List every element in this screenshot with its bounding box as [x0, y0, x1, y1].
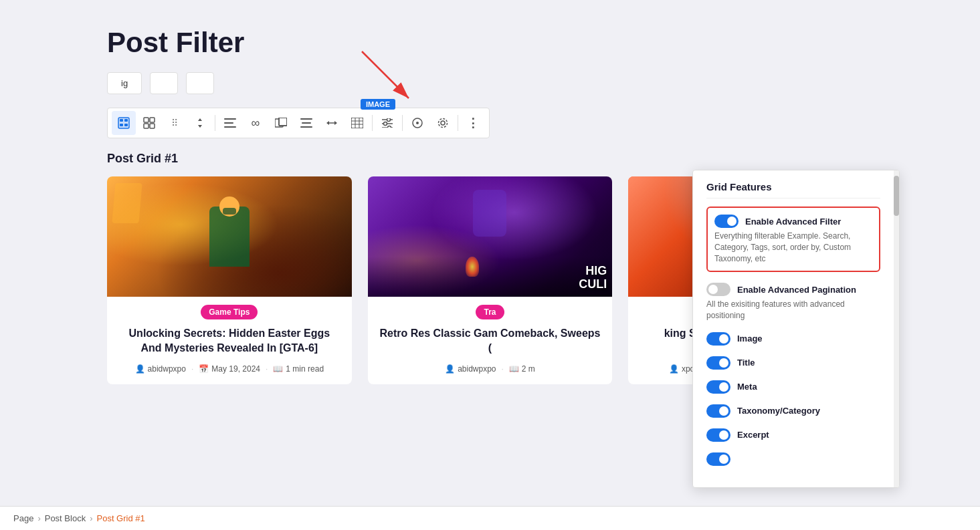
grid-view-icon	[143, 117, 155, 129]
advanced-filter-label: Enable Advanced Filter	[745, 217, 841, 227]
post-card-2-readtime: 📖 2 m	[509, 364, 535, 374]
author-icon: 👤	[135, 364, 145, 374]
post-card-2-meta: 👤 abidwpxpo · 📖 2 m	[379, 364, 602, 374]
meta-label: Meta	[737, 382, 757, 392]
title-toggle[interactable]	[706, 356, 730, 370]
table-button[interactable]	[345, 111, 369, 135]
post-card-2-tag: Tra	[476, 305, 504, 319]
taxonomy-label: Taxonomy/Category	[737, 406, 820, 416]
feature-image-row: Image	[706, 332, 880, 346]
filter-tab-1[interactable]: ig	[107, 72, 142, 94]
feature-excerpt-row: Excerpt	[706, 428, 880, 442]
loop-button[interactable]: ∞	[243, 111, 268, 135]
drag-handle-button[interactable]: ⠿	[163, 111, 187, 135]
toolbar-divider-1	[215, 115, 215, 131]
align-button[interactable]	[218, 111, 242, 135]
svg-rect-22	[351, 118, 363, 128]
svg-rect-5	[124, 119, 128, 122]
palette-button[interactable]	[405, 111, 429, 135]
svg-rect-7	[124, 124, 128, 126]
image-toggle[interactable]	[706, 332, 730, 346]
feature-image: Image	[706, 332, 880, 346]
feature-taxonomy: Taxonomy/Category	[706, 404, 880, 418]
image-badge: IMAGE	[361, 99, 395, 110]
advanced-filter-desc: Everything filterable Example. Search, C…	[714, 231, 872, 264]
filter-tabs: ig	[107, 72, 873, 94]
feature-readmore-row	[706, 452, 880, 466]
svg-rect-8	[144, 118, 149, 122]
stretch-button[interactable]	[320, 111, 344, 135]
image-block-button[interactable]	[112, 111, 136, 135]
breadcrumb-page[interactable]: Page	[13, 513, 33, 523]
settings-button[interactable]	[431, 111, 455, 135]
table-icon	[351, 118, 363, 128]
post-card-2-body: Tra Retro Res Classic Gam Comeback, Swee…	[368, 297, 613, 384]
toolbar: IMAGE	[107, 108, 490, 138]
meta-toggle[interactable]	[706, 380, 730, 394]
more-options-button[interactable]: ⋮	[461, 111, 485, 135]
svg-rect-6	[120, 124, 123, 126]
taxonomy-toggle-slider	[706, 404, 730, 418]
read-icon: 📖	[273, 364, 283, 374]
filter-tab-2[interactable]	[150, 72, 178, 94]
author-icon-2: 👤	[445, 364, 455, 374]
align-icon	[224, 118, 236, 128]
text-align-button[interactable]	[294, 111, 318, 135]
advanced-pagination-toggle[interactable]	[706, 283, 730, 296]
title-toggle-slider	[706, 356, 730, 370]
grid-view-button[interactable]	[137, 111, 161, 135]
panel-scrollbar[interactable]	[894, 170, 899, 487]
svg-point-34	[416, 122, 419, 124]
feature-advanced-pagination-row: Enable Advanced Pagination	[706, 283, 880, 296]
readmore-toggle-slider	[706, 452, 730, 466]
feature-excerpt: Excerpt	[706, 428, 880, 442]
svg-point-32	[388, 126, 391, 128]
advanced-pagination-label: Enable Advanced Pagination	[737, 285, 856, 295]
sliders-button[interactable]	[375, 111, 399, 135]
post-grid: Game Tips Unlocking Secrets: Hidden East…	[107, 176, 873, 384]
readmore-toggle[interactable]	[706, 452, 730, 466]
image-label: Image	[737, 334, 763, 344]
feature-meta-row: Meta	[706, 380, 880, 394]
image-block-icon	[118, 117, 130, 129]
feature-taxonomy-row: Taxonomy/Category	[706, 404, 880, 418]
settings-icon	[437, 117, 449, 129]
breadcrumb-post-block[interactable]: Post Block	[45, 513, 86, 523]
filter-tab-3[interactable]	[186, 72, 214, 94]
gallery-button[interactable]	[269, 111, 293, 135]
post-card-1-image	[107, 176, 352, 297]
post-card-3-author: 👤 xpo	[669, 364, 694, 374]
breadcrumb-current: Post Grid #1	[96, 513, 144, 523]
palette-icon	[411, 117, 423, 129]
move-updown-button[interactable]	[188, 111, 212, 135]
post-card-1-tag: Game Tips	[201, 305, 258, 319]
svg-point-28	[387, 118, 391, 122]
calendar-icon: 📅	[199, 364, 209, 374]
svg-point-36	[439, 119, 448, 128]
breadcrumb: Page › Post Block › Post Grid #1	[0, 506, 980, 530]
taxonomy-toggle[interactable]	[706, 404, 730, 418]
post-card-2-image: HIGCULI	[368, 176, 613, 297]
advanced-pagination-slider	[706, 283, 730, 296]
main-content: Post Filter ig IMAGE	[0, 0, 980, 411]
panel-scrollbar-thumb	[894, 176, 899, 216]
panel-title: Grid Features	[706, 181, 880, 198]
svg-rect-11	[150, 124, 155, 128]
section-title: Post Grid #1	[107, 152, 873, 166]
post-card-1-meta: 👤 abidwpxpo · 📅 May 19, 2024 · 📖 1 min r…	[118, 364, 341, 374]
advanced-pagination-desc: All the exisiting features with advanced…	[706, 299, 880, 321]
excerpt-toggle-slider	[706, 428, 730, 442]
advanced-filter-toggle[interactable]	[714, 215, 739, 228]
post-card-1-body: Game Tips Unlocking Secrets: Hidden East…	[107, 297, 352, 384]
feature-advanced-pagination: Enable Advanced Pagination All the exisi…	[706, 283, 880, 321]
svg-rect-16	[279, 118, 287, 126]
svg-point-35	[441, 121, 445, 125]
post-card-2: HIGCULI Tra Retro Res Classic Gam Comeba…	[368, 176, 613, 384]
sliders-icon	[382, 118, 393, 128]
breadcrumb-sep-1: ›	[37, 513, 40, 523]
post-card-1: Game Tips Unlocking Secrets: Hidden East…	[107, 176, 352, 384]
excerpt-toggle[interactable]	[706, 428, 730, 442]
svg-rect-10	[144, 124, 149, 128]
toolbar-divider-2	[372, 115, 373, 131]
toolbar-divider-3	[402, 115, 403, 131]
